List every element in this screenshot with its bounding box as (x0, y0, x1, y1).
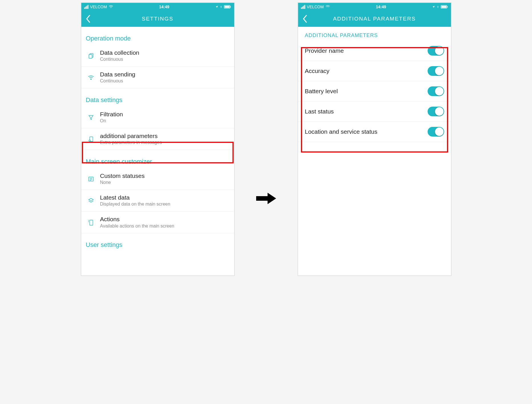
switch-on-icon[interactable] (428, 107, 444, 116)
svg-rect-14 (447, 6, 448, 7)
row-title: Custom statuses (100, 172, 230, 180)
svg-point-5 (90, 79, 91, 80)
row-additional-parameters[interactable]: additional parameters Extra parameters i… (81, 128, 234, 150)
wifi-icon (109, 5, 113, 9)
page-title: SETTINGS (81, 16, 234, 22)
toggle-label: Provider name (305, 47, 344, 54)
toggle-last-status[interactable]: Last status (298, 101, 451, 122)
switch-on-icon[interactable] (428, 127, 444, 137)
clock-label: 14:49 (113, 5, 215, 9)
status-bar: VELCOM 14:49 (81, 3, 234, 11)
toggle-label: Location and service status (305, 128, 377, 135)
carrier-label: VELCOM (307, 5, 324, 9)
nav-bar: SETTINGS (81, 11, 234, 27)
switch-on-icon[interactable] (428, 66, 444, 76)
settings-content: Operation mode Data collection Continuou… (81, 27, 234, 275)
row-title: additional parameters (100, 132, 230, 140)
row-custom-statuses[interactable]: Custom statuses None (81, 168, 234, 190)
battery-icon (441, 5, 448, 9)
svg-rect-2 (224, 6, 229, 8)
location-arrow-icon (432, 5, 435, 9)
nav-bar: ADDITIONAL PARAMETERS (298, 11, 451, 27)
device-icon (86, 136, 96, 142)
row-data-sending[interactable]: Data sending Continuous (81, 67, 234, 88)
arrow-right-icon (255, 190, 278, 208)
row-filtration[interactable]: Filtration On (81, 107, 234, 128)
row-latest-data[interactable]: Latest data Displayed data on the main s… (81, 190, 234, 212)
list-icon (86, 176, 96, 182)
row-sub: Available actions on the main screen (100, 223, 230, 229)
row-sub: None (100, 180, 230, 186)
wifi-icon (325, 5, 330, 9)
page-title: ADDITIONAL PARAMETERS (298, 16, 451, 22)
toggle-accuracy[interactable]: Accuracy (298, 61, 451, 81)
row-title: Actions (100, 216, 230, 223)
row-data-collection[interactable]: Data collection Continuous (81, 45, 234, 67)
carrier-label: VELCOM (90, 5, 107, 9)
toggle-label: Battery level (305, 88, 338, 95)
wifi-icon (86, 75, 96, 80)
section-header-additional: ADDITIONAL PARAMETERS (298, 27, 451, 41)
row-sub: Continuous (100, 78, 230, 84)
svg-rect-15 (441, 6, 446, 8)
section-header-data-settings: Data settings (81, 88, 234, 107)
toggle-battery-level[interactable]: Battery level (298, 81, 451, 101)
svg-rect-1 (230, 6, 231, 7)
svg-rect-4 (89, 54, 92, 58)
section-header-user-settings: User settings (81, 233, 234, 249)
signal-icon (84, 5, 88, 9)
phone-settings-screen: VELCOM 14:49 SETTINGS Operation mode Dat… (81, 2, 235, 276)
phone-additional-params-screen: VELCOM 14:49 ADDITIONAL PARAMETERS ADDIT… (298, 2, 452, 276)
toggle-label: Accuracy (305, 68, 329, 74)
copy-icon (86, 53, 96, 59)
section-header-main-screen: Main screen customizer (81, 150, 234, 168)
toggle-provider-name[interactable]: Provider name (298, 41, 451, 61)
signal-icon (301, 5, 305, 9)
phone-action-icon (86, 219, 96, 226)
row-title: Data collection (100, 49, 230, 56)
row-sub: Continuous (100, 56, 230, 62)
row-title: Data sending (100, 71, 230, 78)
switch-on-icon[interactable] (428, 86, 444, 96)
svg-rect-12 (90, 220, 93, 225)
filter-icon (86, 114, 96, 121)
row-sub: Displayed data on the main screen (100, 201, 230, 207)
toggle-location-service-status[interactable]: Location and service status (298, 122, 451, 142)
row-actions[interactable]: Actions Available actions on the main sc… (81, 212, 234, 233)
toggle-label: Last status (305, 108, 334, 115)
section-header-operation-mode: Operation mode (81, 27, 234, 45)
status-bar: VELCOM 14:49 (298, 3, 451, 11)
location-arrow-icon (215, 5, 218, 9)
row-sub: Extra parameters in messages (100, 140, 230, 146)
row-sub: On (100, 118, 230, 124)
row-title: Latest data (100, 194, 230, 201)
svg-point-7 (89, 140, 90, 141)
clock-label: 14:49 (330, 5, 432, 9)
battery-icon (224, 5, 231, 9)
bluetooth-icon (220, 5, 222, 9)
bluetooth-icon (437, 5, 439, 9)
switch-on-icon[interactable] (428, 46, 444, 56)
layers-icon (86, 198, 96, 204)
row-title: Filtration (100, 111, 230, 118)
params-content: ADDITIONAL PARAMETERS Provider name Accu… (298, 27, 451, 275)
